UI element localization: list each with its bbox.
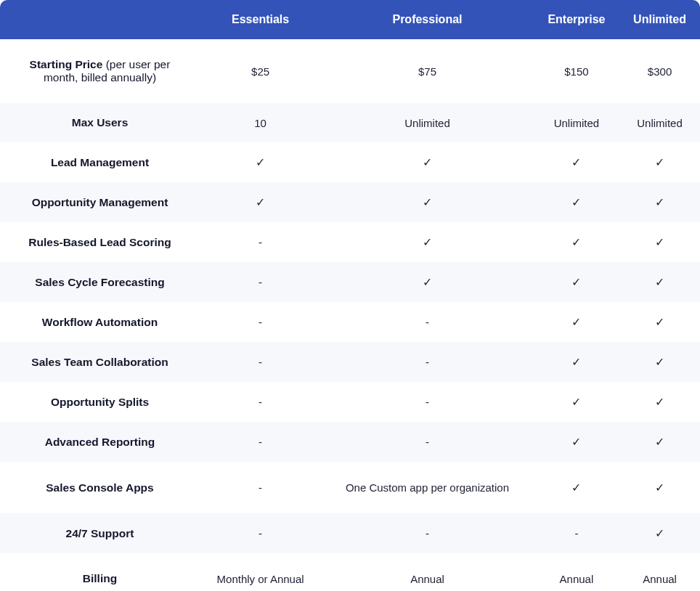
table-row: Max Users10UnlimitedUnlimitedUnlimited <box>0 103 700 142</box>
row-value: ✓ <box>534 342 619 382</box>
row-value: ✓ <box>619 342 700 382</box>
row-value: One Custom app per organization <box>321 462 534 513</box>
table-row: Sales Console Apps-One Custom app per or… <box>0 462 700 513</box>
row-value: - <box>321 513 534 553</box>
row-label: Max Users <box>0 103 200 142</box>
row-value: ✓ <box>619 142 700 182</box>
row-value: Annual <box>619 553 700 591</box>
row-value: ✓ <box>619 222 700 262</box>
row-label-text: Sales Console Apps <box>46 481 153 494</box>
row-label: Opportunity Management <box>0 182 200 222</box>
header-plan-unlimited: Unlimited <box>619 0 700 39</box>
row-value: ✓ <box>534 382 619 422</box>
row-value: $300 <box>619 39 700 103</box>
table-row: 24/7 Support---✓ <box>0 513 700 553</box>
row-value: ✓ <box>534 262 619 302</box>
row-value: - <box>200 222 321 262</box>
row-value: ✓ <box>534 142 619 182</box>
row-label-text: Starting Price <box>30 58 103 70</box>
pricing-comparison-table: Essentials Professional Enterprise Unlim… <box>0 0 700 591</box>
row-value: - <box>200 422 321 462</box>
table-row: Opportunity Splits--✓✓ <box>0 382 700 422</box>
header-plan-essentials: Essentials <box>200 0 321 39</box>
table-row: BillingMonthly or AnnualAnnualAnnualAnnu… <box>0 553 700 591</box>
row-label: Lead Management <box>0 142 200 182</box>
row-value: Unlimited <box>321 103 534 142</box>
row-value: Unlimited <box>619 103 700 142</box>
table-row: Sales Team Collaboration--✓✓ <box>0 342 700 382</box>
row-value: ✓ <box>200 142 321 182</box>
row-value: ✓ <box>321 262 534 302</box>
row-label: Opportunity Splits <box>0 382 200 422</box>
row-label: Sales Console Apps <box>0 462 200 513</box>
row-value: ✓ <box>619 422 700 462</box>
row-label: Sales Team Collaboration <box>0 342 200 382</box>
row-value: 10 <box>200 103 321 142</box>
row-label: Advanced Reporting <box>0 422 200 462</box>
row-label: Starting Price (per user per month, bill… <box>0 39 200 103</box>
table-row: Sales Cycle Forecasting-✓✓✓ <box>0 262 700 302</box>
row-value: - <box>200 382 321 422</box>
row-value: ✓ <box>534 462 619 513</box>
row-value: - <box>200 262 321 302</box>
row-label-text: Billing <box>83 572 117 584</box>
pricing-comparison-table-container: Essentials Professional Enterprise Unlim… <box>0 0 700 591</box>
row-value: $25 <box>200 39 321 103</box>
row-value: - <box>534 513 619 553</box>
row-label-text: Max Users <box>72 116 129 129</box>
row-label-text: Advanced Reporting <box>45 436 155 448</box>
row-label-text: Opportunity Splits <box>51 396 149 408</box>
row-value: ✓ <box>321 142 534 182</box>
row-value: - <box>200 462 321 513</box>
table-row: Lead Management✓✓✓✓ <box>0 142 700 182</box>
row-label-text: Rules-Based Lead Scoring <box>28 236 171 248</box>
row-value: Monthly or Annual <box>200 553 321 591</box>
row-value: ✓ <box>321 222 534 262</box>
row-label-text: 24/7 Support <box>66 527 134 539</box>
row-value: ✓ <box>619 302 700 342</box>
table-header-row: Essentials Professional Enterprise Unlim… <box>0 0 700 39</box>
row-value: ✓ <box>534 302 619 342</box>
table-body: Starting Price (per user per month, bill… <box>0 39 700 591</box>
header-plan-professional: Professional <box>321 0 534 39</box>
row-value: ✓ <box>619 382 700 422</box>
row-value: Annual <box>534 553 619 591</box>
row-value: - <box>321 342 534 382</box>
row-label-text: Lead Management <box>51 156 149 168</box>
row-value: - <box>321 302 534 342</box>
row-value: ✓ <box>534 182 619 222</box>
row-value: - <box>200 513 321 553</box>
row-value: - <box>321 422 534 462</box>
row-label: 24/7 Support <box>0 513 200 553</box>
row-label: Sales Cycle Forecasting <box>0 262 200 302</box>
row-value: ✓ <box>619 462 700 513</box>
header-blank <box>0 0 200 39</box>
table-row: Rules-Based Lead Scoring-✓✓✓ <box>0 222 700 262</box>
row-label: Billing <box>0 553 200 591</box>
row-value: ✓ <box>534 422 619 462</box>
row-label-text: Sales Cycle Forecasting <box>35 276 164 288</box>
row-label-text: Sales Team Collaboration <box>31 356 168 368</box>
row-label: Rules-Based Lead Scoring <box>0 222 200 262</box>
row-value: $150 <box>534 39 619 103</box>
row-value: - <box>200 342 321 382</box>
row-label-text: Opportunity Management <box>32 196 168 208</box>
row-value: ✓ <box>619 262 700 302</box>
table-row: Opportunity Management✓✓✓✓ <box>0 182 700 222</box>
row-value: ✓ <box>534 222 619 262</box>
row-value: ✓ <box>200 182 321 222</box>
table-row: Advanced Reporting--✓✓ <box>0 422 700 462</box>
row-label-text: Workflow Automation <box>42 316 158 328</box>
row-label: Workflow Automation <box>0 302 200 342</box>
table-row: Starting Price (per user per month, bill… <box>0 39 700 103</box>
header-plan-enterprise: Enterprise <box>534 0 619 39</box>
table-header: Essentials Professional Enterprise Unlim… <box>0 0 700 39</box>
row-value: Annual <box>321 553 534 591</box>
row-value: Unlimited <box>534 103 619 142</box>
row-value: ✓ <box>321 182 534 222</box>
row-value: $75 <box>321 39 534 103</box>
row-value: ✓ <box>619 182 700 222</box>
table-row: Workflow Automation--✓✓ <box>0 302 700 342</box>
row-value: - <box>321 382 534 422</box>
row-value: - <box>200 302 321 342</box>
